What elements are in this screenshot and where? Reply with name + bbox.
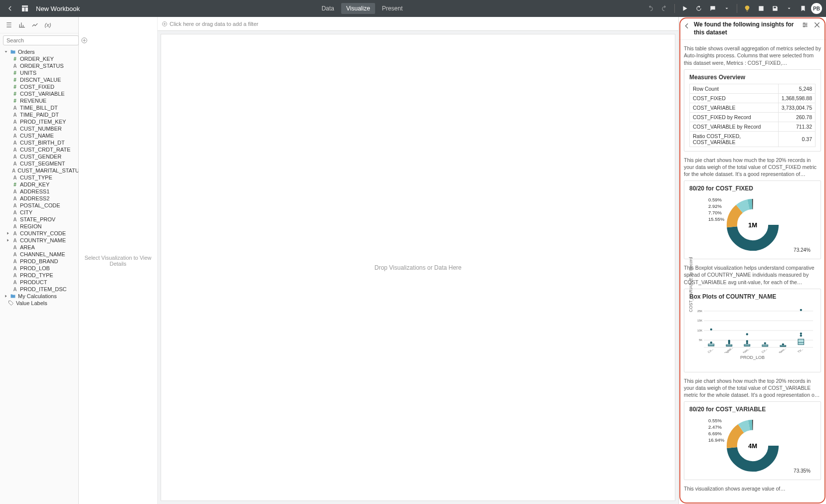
play-icon[interactable] bbox=[679, 2, 691, 14]
field-item[interactable]: AADDRESS2 bbox=[0, 195, 78, 202]
folder-orders[interactable]: Orders bbox=[0, 48, 78, 55]
canvas-drop-zone[interactable]: Drop Visualizations or Data Here bbox=[161, 34, 675, 501]
boxplot-xlabel: PROD_LOB bbox=[689, 355, 816, 360]
type-icon: # bbox=[12, 56, 18, 62]
trend-tab-icon[interactable] bbox=[30, 20, 40, 30]
field-label: PROD_LOB bbox=[20, 265, 50, 271]
field-item[interactable]: ACOUNTRY_NAME bbox=[0, 237, 78, 244]
field-item[interactable]: APRODUCT bbox=[0, 279, 78, 286]
field-item[interactable]: #COST_VARIABLE bbox=[0, 90, 78, 97]
fx-tab-icon[interactable]: (x) bbox=[43, 20, 53, 30]
field-item[interactable]: #ADDR_KEY bbox=[0, 181, 78, 188]
pie1-desc: This pie chart shows how much the top 20… bbox=[684, 157, 821, 178]
svg-text:10K: 10K bbox=[697, 329, 702, 332]
field-item[interactable]: ACITY bbox=[0, 209, 78, 216]
tab-present[interactable]: Present bbox=[377, 3, 408, 14]
data-tab-icon[interactable] bbox=[4, 20, 14, 30]
field-item[interactable]: ASTATE_PROV bbox=[0, 216, 78, 223]
type-icon: A bbox=[12, 63, 18, 69]
value-labels[interactable]: Value Labels bbox=[0, 300, 78, 307]
field-label: REGION bbox=[20, 223, 41, 229]
refresh-icon[interactable] bbox=[693, 2, 705, 14]
field-item[interactable]: AAREA bbox=[0, 244, 78, 251]
svg-rect-29 bbox=[744, 344, 750, 346]
chart-tab-icon[interactable] bbox=[17, 20, 27, 30]
type-icon: A bbox=[12, 273, 18, 278]
field-item[interactable]: ACHANNEL_NAME bbox=[0, 251, 78, 258]
field-item[interactable]: ACUST_CRDT_RATE bbox=[0, 146, 78, 153]
field-item[interactable]: APROD_ITEM_KEY bbox=[0, 118, 78, 125]
field-label: PROD_ITEM_KEY bbox=[20, 119, 66, 125]
tab-visualize[interactable]: Visualize bbox=[341, 3, 375, 14]
undo-icon[interactable] bbox=[644, 2, 656, 14]
field-item[interactable]: ACUST_NUMBER bbox=[0, 125, 78, 132]
pie1-card[interactable]: 80/20 for COST_FIXED 1M 0.59%2.92%7.70%1… bbox=[684, 180, 821, 259]
type-icon: A bbox=[12, 238, 18, 243]
close-icon[interactable] bbox=[813, 21, 821, 29]
field-item[interactable]: #REVENUE bbox=[0, 97, 78, 104]
field-item[interactable]: APROD_TYPE bbox=[0, 272, 78, 279]
field-item[interactable]: ACUST_NAME bbox=[0, 132, 78, 139]
boxplot-card[interactable]: Box Plots of COUNTRY_NAME COST_VARIABLE … bbox=[684, 289, 821, 372]
field-label: CUST_MARITAL_STATU... bbox=[17, 168, 78, 173]
type-icon: A bbox=[12, 147, 18, 153]
type-icon: # bbox=[12, 84, 18, 90]
donut-labels: 0.59%2.92%7.70%15.55% bbox=[708, 197, 724, 222]
field-item[interactable]: AORDER_STATUS bbox=[0, 62, 78, 69]
field-item[interactable]: ATIME_BILL_DT bbox=[0, 104, 78, 111]
pie2-card[interactable]: 80/20 for COST_VARIABLE 4M 0.55%2.47%6.6… bbox=[684, 401, 821, 480]
field-label: TIME_BILL_DT bbox=[20, 105, 58, 111]
field-item[interactable]: APROD_BRAND bbox=[0, 258, 78, 265]
field-item[interactable]: #COST_FIXED bbox=[0, 83, 78, 90]
comment-icon[interactable] bbox=[707, 2, 719, 14]
field-item[interactable]: #UNITS bbox=[0, 69, 78, 76]
settings-icon[interactable] bbox=[801, 21, 809, 29]
field-item[interactable]: ACUST_BIRTH_DT bbox=[0, 139, 78, 146]
field-label: ADDRESS1 bbox=[20, 188, 49, 194]
svg-point-32 bbox=[746, 340, 748, 342]
chevron-down-icon[interactable] bbox=[783, 2, 795, 14]
donut-big-label: 73.35% bbox=[794, 468, 811, 474]
type-icon: A bbox=[12, 280, 18, 285]
chevron-down-icon[interactable] bbox=[721, 2, 733, 14]
field-label: CUST_SEGMENT bbox=[20, 161, 65, 167]
type-icon: A bbox=[12, 161, 18, 167]
export-icon[interactable] bbox=[755, 2, 767, 14]
svg-text:25K: 25K bbox=[697, 310, 702, 313]
field-item[interactable]: AADDRESS1 bbox=[0, 188, 78, 195]
field-item[interactable]: ATIME_PAID_DT bbox=[0, 111, 78, 118]
field-item[interactable]: ACUST_MARITAL_STATU... bbox=[0, 167, 78, 174]
folder-mycalc[interactable]: My Calculations bbox=[0, 293, 78, 300]
svg-text:15K: 15K bbox=[697, 319, 702, 322]
field-item[interactable]: AREGION bbox=[0, 223, 78, 230]
field-item[interactable]: APROD_LOB bbox=[0, 265, 78, 272]
avatar[interactable]: PB bbox=[811, 3, 822, 14]
back-arrow-icon[interactable] bbox=[4, 2, 16, 14]
tab-data[interactable]: Data bbox=[317, 3, 339, 14]
tail-desc: This visualization shows average value o… bbox=[684, 485, 821, 492]
field-item[interactable]: APROD_ITEM_DSC bbox=[0, 286, 78, 293]
lightbulb-icon[interactable] bbox=[741, 2, 753, 14]
pie2-desc: This pie chart shows how much the top 20… bbox=[684, 377, 821, 399]
measures-overview-card[interactable]: Measures Overview Row Count5,248COST_FIX… bbox=[684, 69, 821, 152]
field-label: CUST_GENDER bbox=[20, 154, 61, 160]
field-item[interactable]: ACUST_GENDER bbox=[0, 153, 78, 160]
type-icon: # bbox=[12, 70, 18, 76]
svg-point-43 bbox=[800, 333, 802, 335]
bookmark-icon[interactable] bbox=[797, 2, 809, 14]
field-item[interactable]: #ORDER_KEY bbox=[0, 55, 78, 62]
field-item[interactable]: #DISCNT_VALUE bbox=[0, 76, 78, 83]
overview-desc: This table shows overall aggregation of … bbox=[684, 45, 821, 66]
save-icon[interactable] bbox=[769, 2, 781, 14]
workbook-icon bbox=[19, 2, 31, 14]
field-item[interactable]: ACUST_SEGMENT bbox=[0, 160, 78, 167]
field-item[interactable]: APOSTAL_CODE bbox=[0, 202, 78, 209]
svg-text:1M: 1M bbox=[748, 221, 757, 229]
redo-icon[interactable] bbox=[658, 2, 670, 14]
field-item[interactable]: ACUST_TYPE bbox=[0, 174, 78, 181]
field-item[interactable]: ACOUNTRY_CODE bbox=[0, 230, 78, 237]
filter-bar[interactable]: Click here or drag data to add a filter bbox=[158, 17, 678, 31]
collapse-icon[interactable] bbox=[683, 22, 691, 30]
search-input[interactable] bbox=[3, 35, 79, 45]
type-icon: A bbox=[12, 189, 18, 194]
